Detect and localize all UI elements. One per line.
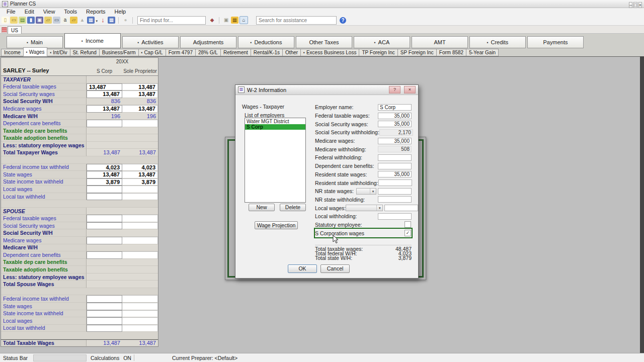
new-document-icon[interactable]: ▯ <box>2 17 9 24</box>
row-label-taxable-dep-care-benefits[interactable]: Taxable dep care benefits <box>1 127 87 135</box>
cell-federal-taxable-wages-col2[interactable]: 13,487 <box>122 83 158 91</box>
print-preview-icon[interactable]: a <box>61 17 69 24</box>
cell-social-security-wages-col2[interactable] <box>122 222 158 230</box>
cell-federal-income-tax-withheld-col2[interactable] <box>122 295 158 303</box>
tab-int-div[interactable]: ▪Int/Div <box>47 49 70 56</box>
tab-deductions[interactable]: ▪Deductions <box>238 36 294 48</box>
tab-income[interactable]: Income <box>1 49 24 56</box>
row-label-medicare-wages[interactable]: Medicare wages <box>1 237 87 244</box>
cell-dependent-care-benefits-col1[interactable] <box>87 120 122 127</box>
tab-rental-k-1s[interactable]: Rental/K-1s <box>251 49 283 56</box>
tab-other-taxes[interactable]: Other Taxes <box>296 36 352 48</box>
tab-cap-g-l[interactable]: ▪Cap G/L <box>138 49 166 56</box>
close-button[interactable]: × <box>638 2 642 8</box>
row-label-less-statutory-employee-wages[interactable]: Less: statutory employee wages <box>1 274 87 281</box>
tab-activities[interactable]: ▪Activities <box>122 36 179 48</box>
field-federal-withholding[interactable] <box>378 154 412 161</box>
cell-medicare-wages-col2[interactable]: 13,487 <box>122 105 158 113</box>
field-nr-state-wages[interactable] <box>378 188 412 195</box>
assistance-input[interactable] <box>256 16 337 25</box>
row-label-social-security-w-h[interactable]: Social Security W/H <box>1 98 87 106</box>
row-label-local-wages[interactable]: Local wages <box>1 317 87 325</box>
cell-state-wages-col1[interactable] <box>87 303 122 310</box>
delete-button[interactable]: Delete <box>280 204 306 211</box>
tab-retirement[interactable]: Retirement <box>220 49 251 56</box>
row-label-federal-taxable-wages[interactable]: Federal taxable wages <box>1 83 87 91</box>
cell-local-wages-col1[interactable] <box>87 317 122 325</box>
row-label-dependent-care-benefits[interactable]: Dependent care benefits <box>1 120 87 127</box>
cell-federal-taxable-wages-col1[interactable]: 13,487 <box>87 83 122 91</box>
open-folder-icon[interactable]: ▭ <box>10 17 18 24</box>
row-label-less-statutory-employee-wages[interactable]: Less: statutory employee wages <box>1 142 87 149</box>
field-medicare-wages[interactable]: 35,000 <box>378 138 412 144</box>
cell-state-income-tax-withheld-col2[interactable] <box>122 310 158 318</box>
menu-file[interactable]: File <box>2 9 20 15</box>
row-label-social-security-wages[interactable]: Social Security wages <box>1 90 87 98</box>
field-resident-state-wages[interactable]: 35,000 <box>378 171 412 177</box>
cell-medicare-wages-col2[interactable] <box>122 237 158 244</box>
cell-local-wages-col1[interactable] <box>87 186 122 193</box>
grid-icon[interactable]: ▦ <box>108 17 115 24</box>
tab-aca[interactable]: ▪ACA <box>354 36 410 48</box>
tab-28-g-l[interactable]: 28% G/L <box>195 49 221 56</box>
tab-credits[interactable]: ▪Credits <box>469 36 526 48</box>
cell-local-wages-col2[interactable] <box>122 186 158 193</box>
cancel-button[interactable]: Cancel <box>320 264 350 273</box>
tab-form-4797[interactable]: Form 4797 <box>166 49 196 56</box>
field-local-withholding[interactable] <box>378 213 412 220</box>
field-nr-state-withholding[interactable] <box>378 196 412 203</box>
print-icon[interactable]: ▭ <box>53 17 60 24</box>
field-federal-taxable-wages[interactable]: 35,000 <box>378 113 412 119</box>
cell-dependent-care-benefits-col2[interactable] <box>122 251 158 259</box>
row-label-federal-income-tax-withheld[interactable]: Federal income tax withheld <box>1 164 87 171</box>
cell-state-wages-col2[interactable] <box>122 303 158 310</box>
home-icon[interactable]: ⌂ <box>239 16 248 24</box>
row-label-spouse[interactable]: SPOUSE <box>1 208 87 215</box>
checkbox-statutory-employee[interactable] <box>405 221 411 228</box>
row-label-medicare-w-h[interactable]: Medicare W/H <box>1 113 87 120</box>
row-label-medicare-w-h[interactable]: Medicare W/H <box>1 244 87 252</box>
field-employer-name[interactable]: S Corp <box>378 104 412 111</box>
row-label-taxable-dep-care-benefits[interactable]: Taxable dep care benefits <box>1 259 87 266</box>
menu-help[interactable]: Help <box>110 9 131 15</box>
row-label-taxpayer[interactable]: TAXPAYER <box>1 76 87 83</box>
row-label-dependent-care-benefits[interactable]: Dependent care benefits <box>1 251 87 259</box>
tab-sp-foreign-inc[interactable]: SP Foreign Inc <box>397 49 437 56</box>
import-icon[interactable]: ↓ <box>99 17 107 24</box>
table-menu-icon[interactable]: ▦▾ <box>87 17 95 24</box>
clipboard-icon[interactable]: ▣ <box>222 17 230 24</box>
cell-state-wages-col2[interactable]: 13,487 <box>122 171 158 178</box>
minimize-button[interactable]: – <box>629 2 632 8</box>
wage-projection-button[interactable]: Wage Projection <box>255 221 298 229</box>
tab-main[interactable]: ▪Main <box>7 36 63 48</box>
field-local-wages[interactable] <box>384 205 418 211</box>
employer-item-s-corp[interactable]: S Corp <box>245 124 305 130</box>
cell-medicare-wages-col1[interactable] <box>87 237 122 244</box>
play-disabled-icon[interactable]: ▲ <box>78 17 86 24</box>
cell-local-tax-withheld-col1[interactable] <box>87 193 122 201</box>
tab-5-year-gain[interactable]: 5-Year Gain <box>466 49 499 56</box>
employer-item-water-mgt-district[interactable]: Water MGT District <box>245 119 305 124</box>
tab-st-refund[interactable]: St. Refund <box>70 49 100 56</box>
menu-view[interactable]: View <box>39 9 60 15</box>
cell-local-tax-withheld-col2[interactable] <box>122 325 158 332</box>
cell-social-security-wages-col2[interactable]: 13,487 <box>122 90 158 98</box>
row-label-federal-taxable-wages[interactable]: Federal taxable wages <box>1 215 87 222</box>
checkbox-s-corporation-wages[interactable]: ✓ <box>405 230 411 236</box>
calculator-icon[interactable]: ▦ <box>231 17 238 24</box>
dropdown-nr-state-wages[interactable]: ▾ <box>356 188 376 195</box>
row-label-total-taxpayer-wages[interactable]: Total Taxpayer Wages <box>1 149 87 156</box>
cell-dependent-care-benefits-col2[interactable] <box>122 120 158 127</box>
cell-federal-income-tax-withheld-col2[interactable]: 4,023 <box>122 164 158 171</box>
help-icon[interactable]: ? <box>340 17 346 24</box>
field-dependent-care-benefits[interactable] <box>378 163 412 169</box>
menu-reports[interactable]: Reports <box>82 9 110 15</box>
export-icon[interactable]: ▱ <box>44 17 52 24</box>
tab-excess-business-loss[interactable]: ▪Excess Business Loss <box>300 49 359 56</box>
tab-adjustments[interactable]: Adjustments <box>180 36 236 48</box>
tab-other[interactable]: Other <box>282 49 301 56</box>
row-label-taxable-adoption-benefits[interactable]: Taxable adoption benefits <box>1 266 87 274</box>
cell-federal-income-tax-withheld-col1[interactable] <box>87 295 122 303</box>
cell-dependent-care-benefits-col1[interactable] <box>87 251 122 259</box>
ok-button[interactable]: OK <box>288 264 317 273</box>
